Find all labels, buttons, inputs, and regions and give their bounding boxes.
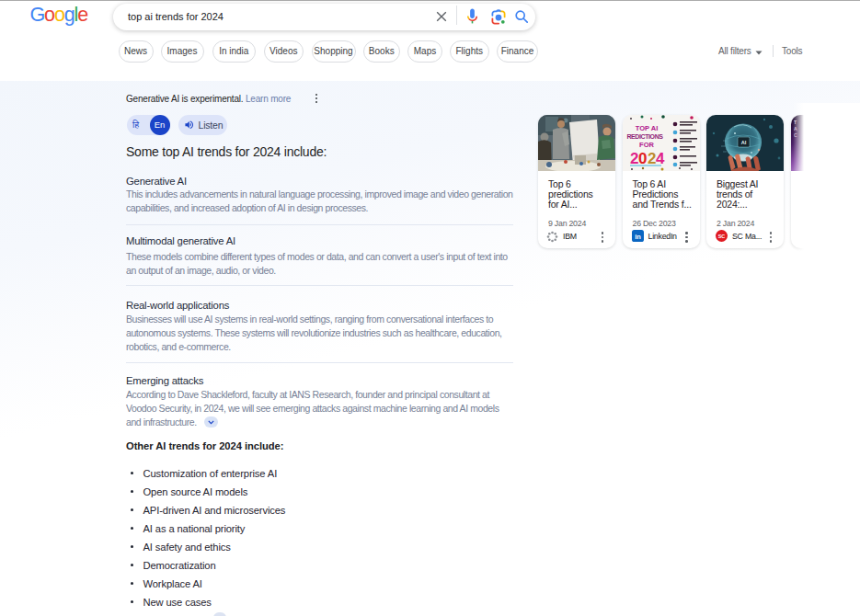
svg-text:TOP AI: TOP AI: [635, 124, 657, 132]
svg-text:REDICTIONS: REDICTIONS: [626, 133, 663, 140]
svg-text:in: in: [635, 233, 641, 241]
svg-text:SC: SC: [718, 234, 726, 239]
svg-text:FOR: FOR: [639, 141, 654, 149]
svg-text:AI: AI: [741, 140, 747, 145]
